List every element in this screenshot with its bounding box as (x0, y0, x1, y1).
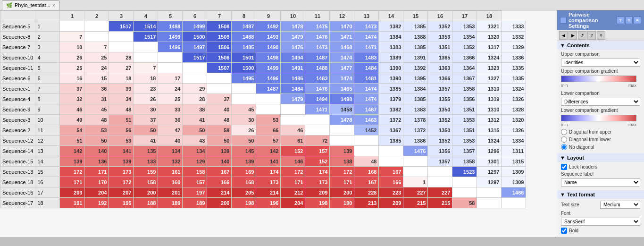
table-cell: 1327 (477, 73, 502, 84)
table-cell (232, 84, 256, 94)
tab-phylo[interactable]: 🌿 Phylo_testdat... × (2, 0, 59, 10)
table-cell: 1509 (207, 32, 232, 42)
table-cell: 1363 (428, 63, 452, 73)
table-cell (502, 198, 526, 208)
diagonal-lower-radio[interactable] (561, 136, 567, 143)
toolbar-btn-1[interactable]: ◀ (559, 31, 568, 40)
table-cell (84, 32, 109, 42)
row-num-9: 9 (35, 104, 60, 115)
table-cell: 26 (134, 94, 158, 104)
table-cell: 209 (379, 198, 403, 208)
upper-gradient-bar[interactable] (561, 76, 636, 82)
lower-gradient-labels: min max (561, 122, 636, 127)
table-cell: 140 (84, 146, 109, 156)
upper-comparison-select[interactable]: Identities (561, 59, 640, 67)
table-cell: 1353 (452, 115, 477, 125)
no-diagonal-radio[interactable] (561, 144, 567, 150)
table-cell: 1297 (477, 177, 502, 187)
table-cell: 1378 (403, 115, 428, 125)
table-cell: 209 (305, 187, 330, 198)
panel-question-button[interactable]: ? (617, 17, 624, 24)
table-cell: 228 (354, 187, 379, 198)
panel-close-button[interactable]: ✕ (634, 17, 641, 24)
table-cell: 1470 (330, 21, 354, 32)
lower-gradient-min: min (561, 122, 568, 127)
matrix-body: Sequence-5115171514149814991508148714921… (0, 21, 526, 208)
toolbar-btn-3[interactable]: ↺ (578, 31, 586, 40)
matrix-area[interactable]: 123456789101112131415161718 Sequence-511… (0, 10, 557, 237)
row-num-5: 5 (35, 63, 60, 73)
table-cell: 1478 (281, 21, 305, 32)
row-seq-18: Sequence-17 (0, 198, 35, 208)
row-num-7: 7 (35, 84, 60, 94)
row-seq-14: Sequence-15 (0, 156, 35, 167)
table-cell: 141 (109, 146, 134, 156)
lower-comparison-select[interactable]: Differences (561, 98, 640, 106)
table-cell: 31 (84, 94, 109, 104)
table-row: Sequence-1816171170172158160157166168173… (0, 177, 526, 187)
table-cell: 1492 (256, 21, 281, 32)
diagonal-upper-radio[interactable] (561, 129, 567, 135)
table-cell: 1501 (232, 52, 256, 63)
table-cell: 1484 (354, 63, 379, 73)
font-select[interactable]: SansSerif Serif Monospaced (561, 218, 640, 226)
table-cell: 30 (232, 115, 256, 125)
table-cell: 157 (183, 177, 207, 187)
table-cell: 1497 (183, 42, 207, 52)
diagonal-lower-row: Diagonal from lower (561, 136, 640, 143)
table-cell: 1496 (158, 42, 183, 52)
layout-section-header[interactable]: ▼ Layout (557, 153, 644, 162)
table-cell: 214 (256, 187, 281, 198)
table-cell: 200 (330, 187, 354, 198)
toolbar-btn-4[interactable]: ? (587, 31, 596, 40)
table-cell: 50 (207, 136, 232, 146)
table-cell: 1382 (379, 104, 403, 115)
table-cell (207, 84, 232, 94)
panel-menu-button[interactable]: ≡ (625, 17, 633, 24)
sequence-label-select[interactable]: Name Number (561, 178, 640, 187)
table-cell: 1465 (330, 84, 354, 94)
tab-close-button[interactable]: × (52, 3, 55, 8)
table-row: Sequence-1718191192195188189189200198196… (0, 198, 526, 208)
table-cell: 1507 (207, 63, 232, 73)
sequence-label-row: Sequence label (561, 171, 640, 177)
table-row: Sequence-1042625281517150615011498149414… (0, 52, 526, 63)
bold-label: Bold (569, 228, 578, 233)
table-cell: 212 (281, 187, 305, 198)
contents-section-header[interactable]: ▼ Contents (557, 41, 644, 50)
table-cell: 1484 (281, 84, 305, 94)
main-content: 123456789101112131415161718 Sequence-511… (0, 10, 644, 237)
table-cell: 1487 (305, 52, 330, 63)
tab-bar: 🌿 Phylo_testdat... × (0, 0, 644, 10)
table-cell: 139 (109, 156, 134, 167)
table-cell: 1366 (452, 52, 477, 63)
text-size-select[interactable]: Small Medium Large (600, 201, 640, 209)
table-cell: 172 (60, 167, 84, 177)
lower-gradient-bar[interactable] (561, 115, 636, 121)
table-cell: 18 (109, 73, 134, 84)
table-cell: 33 (158, 104, 183, 115)
toolbar-btn-2[interactable]: ▶ (569, 31, 577, 40)
table-cell: 1385 (379, 84, 403, 94)
table-cell: 173 (109, 167, 134, 177)
table-cell: 1389 (379, 52, 403, 63)
row-num-4: 4 (35, 52, 60, 63)
table-row: Sequence-1617203204207200201197214205214… (0, 187, 526, 198)
table-cell: 1352 (452, 42, 477, 52)
table-cell: 1372 (403, 125, 428, 136)
table-cell: 57 (256, 136, 281, 146)
bold-checkbox[interactable] (561, 228, 567, 234)
table-cell: 1356 (428, 146, 452, 156)
toolbar-btn-5[interactable]: ≡ (597, 31, 605, 40)
table-cell: 1353 (428, 32, 452, 42)
text-format-section-header[interactable]: ▼ Text format (557, 190, 644, 199)
table-cell: 28 (183, 94, 207, 104)
row-num-6: 6 (35, 73, 60, 84)
col-header-7: 7 (207, 11, 232, 21)
lock-headers-checkbox[interactable] (561, 164, 567, 170)
table-cell: 1335 (502, 63, 526, 73)
table-row: Sequence-1212515053414043505057617213851… (0, 136, 526, 146)
table-cell: 1508 (207, 21, 232, 32)
table-cell: 1499 (158, 32, 183, 42)
table-cell: 189 (158, 198, 183, 208)
